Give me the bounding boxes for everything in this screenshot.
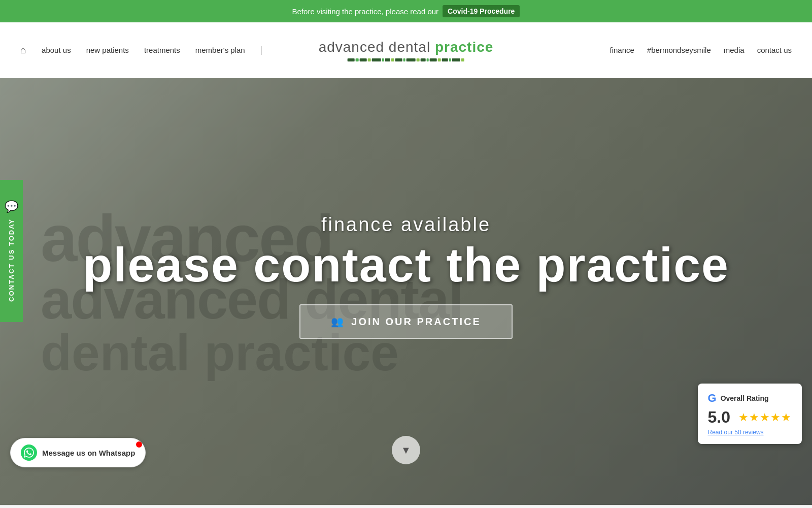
nav-media[interactable]: media [724,46,745,54]
contact-sidebar[interactable]: 💬 contact us today [0,180,23,322]
whatsapp-label: Message us on Whatsapp [42,449,135,457]
logo-bar [348,58,464,61]
nav-about[interactable]: about us [42,46,71,54]
nav-finance[interactable]: finance [610,46,634,54]
scroll-down-button[interactable] [392,436,420,464]
logo[interactable]: advanced dental practice [319,39,494,61]
rating-score: 5.0 [708,408,730,427]
nav-new-patients[interactable]: new patients [86,46,129,54]
join-label: join our practice [351,316,481,328]
rating-widget: G Overall Rating 5.0 ★★★★★ Read our 50 r… [698,384,802,444]
nav-treatments[interactable]: treatments [144,46,180,54]
contact-sidebar-text: contact us today [8,218,15,302]
rating-title: Overall Rating [721,394,769,402]
hero-content: finance available please contact the pra… [83,214,729,339]
top-banner: Before visiting the practice, please rea… [0,0,812,22]
nav-divider: | [260,45,263,55]
join-practice-button[interactable]: 👥 join our practice [299,304,512,339]
google-logo: G [708,392,717,405]
banner-text: Before visiting the practice, please rea… [292,7,439,16]
nav-members-plan[interactable]: member's plan [195,46,245,54]
hero-subtitle: finance available [83,214,729,236]
chat-icon: 💬 [5,200,18,213]
whatsapp-icon [21,444,37,461]
covid-btn[interactable]: Covid-19 Procedure [443,5,520,17]
join-icon: 👥 [331,315,345,328]
rating-stars: ★★★★★ [738,411,792,424]
home-icon[interactable]: ⌂ [20,44,26,56]
footer-bar: 📍 Bell Yard Mews, Bermondsey Street, Lon… [0,505,812,508]
nav-bermondsey[interactable]: #bermondseysmile [647,46,711,54]
rating-row: 5.0 ★★★★★ [708,408,792,427]
navbar: ⌂ about us new patients treatments membe… [0,22,812,78]
hero-title: please contact the practice [83,241,729,289]
review-link[interactable]: Read our 50 reviews [708,429,792,436]
nav-contact[interactable]: contact us [757,46,792,54]
whatsapp-float-button[interactable]: Message us on Whatsapp [10,438,146,467]
rating-header: G Overall Rating [708,392,792,405]
logo-text: advanced dental practice [319,39,494,56]
whatsapp-notification-dot [136,441,142,448]
